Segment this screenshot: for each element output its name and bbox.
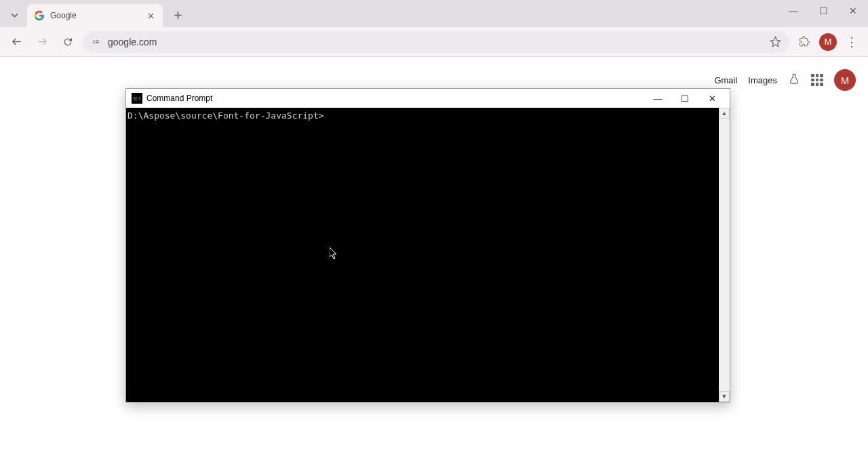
minimize-icon: — <box>654 94 663 104</box>
labs-button[interactable] <box>788 73 800 88</box>
arrow-left-icon <box>11 36 22 47</box>
maximize-icon: ☐ <box>681 94 689 104</box>
back-button[interactable] <box>5 31 27 53</box>
plus-icon <box>174 11 182 20</box>
avatar-letter: M <box>841 75 850 86</box>
cmd-title: Command Prompt <box>146 94 640 103</box>
star-icon[interactable] <box>770 36 781 47</box>
apps-grid-icon <box>811 74 823 86</box>
browser-maximize-button[interactable]: ☐ <box>808 0 838 22</box>
reload-icon <box>62 37 73 47</box>
omnibox[interactable]: google.com <box>83 31 789 53</box>
images-link[interactable]: Images <box>748 75 777 85</box>
kebab-icon: ⋮ <box>846 35 858 49</box>
google-account-button[interactable]: M <box>834 69 856 91</box>
avatar-letter: M <box>825 37 832 47</box>
chevron-down-icon <box>11 12 18 19</box>
cmd-terminal[interactable]: D:\Aspose\source\Font-for-JavaScript> ▲ … <box>126 108 730 402</box>
command-prompt-window: C:\ Command Prompt — ☐ ✕ D:\Aspose\sourc… <box>125 88 730 403</box>
caret-down-icon: ▼ <box>722 393 728 400</box>
profile-button[interactable]: M <box>819 33 837 51</box>
scroll-up-button[interactable]: ▲ <box>719 108 730 119</box>
maximize-icon: ☐ <box>819 5 828 16</box>
tab-search-button[interactable] <box>5 5 23 24</box>
forward-button[interactable] <box>31 31 53 53</box>
cmd-icon: C:\ <box>132 93 142 104</box>
tab-title: Google <box>50 11 140 20</box>
cmd-window-controls: — ☐ ✕ <box>644 89 726 107</box>
chrome-menu-button[interactable]: ⋮ <box>841 31 863 53</box>
cmd-scrollbar[interactable]: ▲ ▼ <box>719 108 730 402</box>
minimize-icon: — <box>789 5 798 16</box>
tab-bar: Google — ☐ ✕ <box>0 0 868 27</box>
google-header-links: Gmail Images M <box>714 69 856 91</box>
browser-minimize-button[interactable]: — <box>778 0 808 22</box>
browser-close-button[interactable]: ✕ <box>838 0 868 22</box>
close-icon: ✕ <box>709 94 716 104</box>
url-text: google.com <box>108 37 763 47</box>
gmail-link[interactable]: Gmail <box>714 75 737 85</box>
browser-window-controls: — ☐ ✕ <box>778 0 868 22</box>
cmd-minimize-button[interactable]: — <box>644 89 671 107</box>
toolbar-actions: M ⋮ <box>793 31 863 53</box>
new-tab-button[interactable] <box>168 5 187 24</box>
puzzle-icon <box>799 36 810 47</box>
address-bar: google.com M ⋮ <box>0 27 868 57</box>
cmd-prompt-text: D:\Aspose\source\Font-for-JavaScript> <box>126 108 326 402</box>
extensions-button[interactable] <box>793 31 815 53</box>
caret-up-icon: ▲ <box>722 110 728 117</box>
google-apps-button[interactable] <box>811 74 823 86</box>
close-icon: ✕ <box>849 5 857 16</box>
scroll-track[interactable] <box>719 119 730 391</box>
tab-close-button[interactable] <box>145 10 156 21</box>
browser-tab[interactable]: Google <box>27 4 163 27</box>
reload-button[interactable] <box>57 31 79 53</box>
close-icon <box>148 13 154 19</box>
cmd-close-button[interactable]: ✕ <box>698 89 726 107</box>
scroll-down-button[interactable]: ▼ <box>719 391 730 402</box>
arrow-right-icon <box>37 36 48 47</box>
flask-icon <box>788 73 800 85</box>
google-favicon-icon <box>34 10 45 21</box>
cmd-maximize-button[interactable]: ☐ <box>671 89 698 107</box>
site-info-icon <box>91 37 101 47</box>
cmd-titlebar[interactable]: C:\ Command Prompt — ☐ ✕ <box>126 89 730 108</box>
